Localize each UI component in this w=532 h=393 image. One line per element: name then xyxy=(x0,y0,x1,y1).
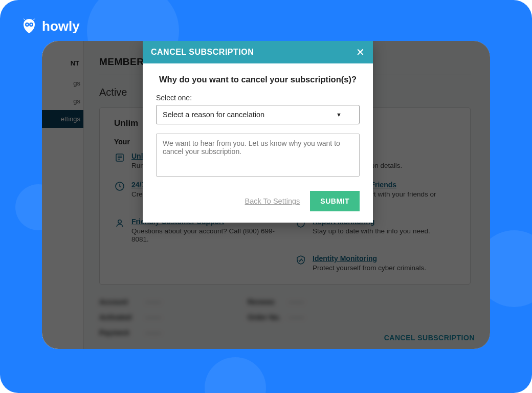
modal-footer: Back To Settings SUBMIT xyxy=(143,184,373,223)
brand-name: howly xyxy=(42,18,80,34)
app-panel: NT gs gs ettings MEMBER Active Unlim You… xyxy=(42,41,490,349)
owl-icon xyxy=(20,17,38,35)
outer-frame: howly NT gs gs ettings MEMBER Active Unl… xyxy=(0,0,532,393)
modal-body: Why do you want to cancel your subscript… xyxy=(143,63,373,184)
svg-point-2 xyxy=(26,24,28,25)
select-placeholder: Select a reason for cancelation xyxy=(163,111,264,119)
brand-logo: howly xyxy=(20,17,80,35)
svg-point-3 xyxy=(30,24,32,25)
back-to-settings-link[interactable]: Back To Settings xyxy=(245,197,300,205)
modal-title: CANCEL SUBSCRIPTION xyxy=(151,48,254,57)
chevron-down-icon: ▼ xyxy=(336,112,342,118)
bg-circle xyxy=(205,357,266,393)
cancel-reason-textarea[interactable] xyxy=(156,134,360,177)
select-label: Select one: xyxy=(156,94,360,102)
close-icon[interactable]: ✕ xyxy=(356,47,365,57)
modal-question: Why do you want to cancel your subscript… xyxy=(156,75,360,84)
cancel-reason-select[interactable]: Select a reason for cancelation ▼ xyxy=(156,105,360,124)
submit-button[interactable]: SUBMIT xyxy=(310,191,360,211)
modal-header: CANCEL SUBSCRIPTION ✕ xyxy=(143,41,373,63)
cancel-subscription-modal: CANCEL SUBSCRIPTION ✕ Why do you want to… xyxy=(143,41,373,223)
